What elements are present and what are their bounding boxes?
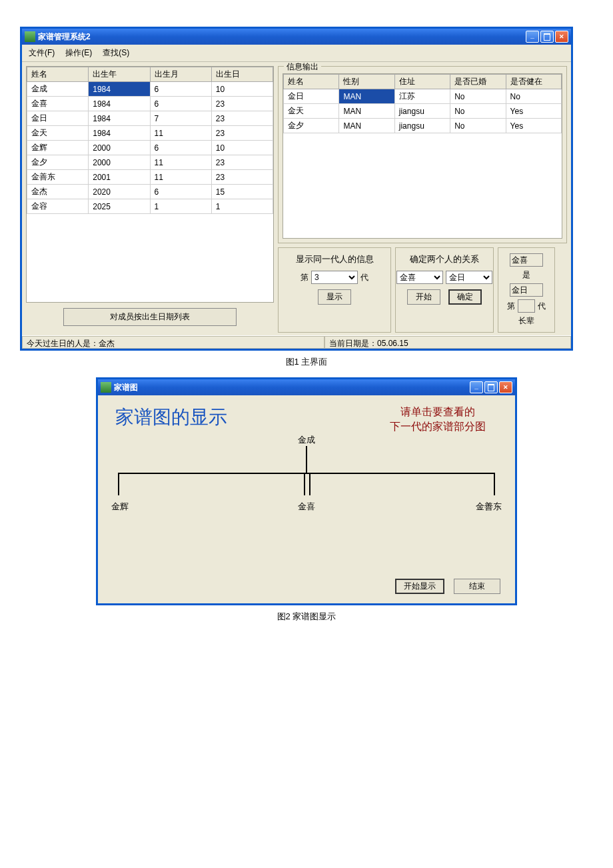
- column-header[interactable]: 性别: [339, 75, 394, 89]
- table-cell[interactable]: No: [450, 119, 506, 133]
- table-cell[interactable]: 金天: [27, 126, 89, 141]
- column-header[interactable]: 出生日: [211, 67, 273, 82]
- table-cell[interactable]: 10: [211, 82, 273, 97]
- person2-select[interactable]: 金日: [446, 271, 492, 284]
- table-cell[interactable]: Yes: [506, 104, 561, 119]
- table-cell[interactable]: 23: [211, 111, 273, 126]
- table-cell[interactable]: 11: [150, 155, 211, 170]
- table-cell[interactable]: 15: [211, 185, 273, 199]
- table-cell[interactable]: 金夕: [27, 155, 89, 170]
- table-cell[interactable]: 23: [211, 170, 273, 185]
- column-header[interactable]: 出生年: [89, 67, 150, 82]
- table-cell[interactable]: 江苏: [394, 89, 450, 104]
- table-cell[interactable]: No: [450, 104, 506, 119]
- table-cell[interactable]: 23: [211, 155, 273, 170]
- table-cell[interactable]: 10: [211, 141, 273, 155]
- table-cell[interactable]: 6: [150, 185, 211, 199]
- table-cell[interactable]: 11: [150, 170, 211, 185]
- table-cell[interactable]: 2020: [89, 185, 150, 199]
- table-row[interactable]: 金成1984610: [27, 82, 273, 97]
- table-cell[interactable]: 1984: [89, 111, 150, 126]
- table-cell[interactable]: 金日: [27, 111, 89, 126]
- table-row[interactable]: 金善东20011123: [27, 170, 273, 185]
- table-cell[interactable]: 2001: [89, 170, 150, 185]
- table-cell[interactable]: jiangsu: [394, 119, 450, 133]
- table-cell[interactable]: 金夕: [284, 119, 339, 133]
- menu-find[interactable]: 查找(S): [99, 46, 133, 60]
- table-row[interactable]: 金日1984723: [27, 111, 273, 126]
- table-row[interactable]: 金喜1984623: [27, 97, 273, 111]
- table-row[interactable]: 金辉2000610: [27, 141, 273, 155]
- column-header[interactable]: 是否健在: [506, 75, 561, 89]
- column-header[interactable]: 是否已婚: [450, 75, 506, 89]
- start-display-button[interactable]: 开始显示: [395, 579, 444, 594]
- table-cell[interactable]: No: [450, 89, 506, 104]
- table-cell[interactable]: 23: [211, 126, 273, 141]
- menu-operate[interactable]: 操作(E): [61, 46, 96, 60]
- table-row[interactable]: 金天19841123: [27, 126, 273, 141]
- table-cell[interactable]: 2000: [89, 155, 150, 170]
- tree-leaf-mid[interactable]: 金喜: [298, 501, 315, 513]
- table-row[interactable]: 金夕MANjiangsuNoYes: [284, 119, 562, 133]
- column-header[interactable]: 住址: [394, 75, 450, 89]
- sort-by-birth-button[interactable]: 对成员按出生日期列表: [63, 308, 237, 326]
- column-header[interactable]: 姓名: [27, 67, 89, 82]
- table-cell[interactable]: No: [506, 89, 561, 104]
- table-cell[interactable]: 金成: [27, 82, 89, 97]
- generation-select[interactable]: 3: [311, 271, 358, 284]
- table-cell[interactable]: 金喜: [27, 97, 89, 111]
- column-header[interactable]: 出生月: [150, 67, 211, 82]
- table-cell[interactable]: 金日: [284, 89, 339, 104]
- table-cell[interactable]: 1: [211, 199, 273, 214]
- table-cell[interactable]: 金容: [27, 199, 89, 214]
- table-cell[interactable]: 2025: [89, 199, 150, 214]
- table-cell[interactable]: 7: [150, 111, 211, 126]
- table-cell[interactable]: 6: [150, 82, 211, 97]
- table-cell[interactable]: 1984: [89, 126, 150, 141]
- table-row[interactable]: 金天MANjiangsuNoYes: [284, 104, 562, 119]
- column-header[interactable]: 姓名: [284, 75, 339, 89]
- result-person-b: [510, 283, 543, 297]
- maximize-button[interactable]: [484, 381, 498, 393]
- minimize-button[interactable]: [470, 381, 483, 393]
- table-cell[interactable]: MAN: [339, 119, 394, 133]
- table-cell[interactable]: MAN: [339, 104, 394, 119]
- table-cell[interactable]: 2000: [89, 141, 150, 155]
- table-cell[interactable]: 6: [150, 97, 211, 111]
- table-cell[interactable]: 金杰: [27, 185, 89, 199]
- table-row[interactable]: 金杰2020615: [27, 185, 273, 199]
- tree-leaf-right[interactable]: 金善东: [476, 501, 502, 513]
- table-cell[interactable]: 金辉: [27, 141, 89, 155]
- table-cell[interactable]: MAN: [339, 89, 394, 104]
- menu-file[interactable]: 文件(F): [25, 46, 59, 60]
- table-row[interactable]: 金日MAN江苏NoNo: [284, 89, 562, 104]
- table-cell[interactable]: 6: [150, 141, 211, 155]
- table-cell[interactable]: 1: [150, 199, 211, 214]
- tree-leaf-left[interactable]: 金辉: [111, 501, 129, 513]
- table-cell[interactable]: 1984: [89, 97, 150, 111]
- titlebar[interactable]: 家谱管理系统2: [22, 29, 571, 45]
- table-cell[interactable]: Yes: [506, 119, 561, 133]
- person1-select[interactable]: 金喜: [396, 271, 443, 284]
- table-cell[interactable]: 1984: [89, 82, 150, 97]
- show-generation-button[interactable]: 显示: [318, 289, 351, 305]
- table-cell[interactable]: 金善东: [27, 170, 89, 185]
- table-cell[interactable]: 金天: [284, 104, 339, 119]
- table-row[interactable]: 金夕20001123: [27, 155, 273, 170]
- table-row[interactable]: 金容202511: [27, 199, 273, 214]
- close-button[interactable]: [555, 31, 568, 43]
- status-birthday: 今天过生日的人是：金杰: [22, 336, 324, 349]
- tree-titlebar[interactable]: 家谱图: [98, 379, 515, 395]
- table-cell[interactable]: jiangsu: [394, 104, 450, 119]
- end-button[interactable]: 结束: [454, 579, 500, 594]
- tree-root-node[interactable]: 金成: [298, 434, 315, 446]
- info-output-table[interactable]: 姓名性别住址是否已婚是否健在 金日MAN江苏NoNo金天MANjiangsuNo…: [283, 73, 562, 239]
- close-button[interactable]: [499, 381, 512, 393]
- ok-button[interactable]: 确定: [448, 289, 482, 305]
- table-cell[interactable]: 23: [211, 97, 273, 111]
- table-cell[interactable]: 11: [150, 126, 211, 141]
- members-table[interactable]: 姓名出生年出生月出生日 金成1984610金喜1984623金日1984723金…: [26, 66, 274, 303]
- maximize-button[interactable]: [540, 31, 554, 43]
- start-button[interactable]: 开始: [407, 289, 440, 305]
- minimize-button[interactable]: [526, 31, 539, 43]
